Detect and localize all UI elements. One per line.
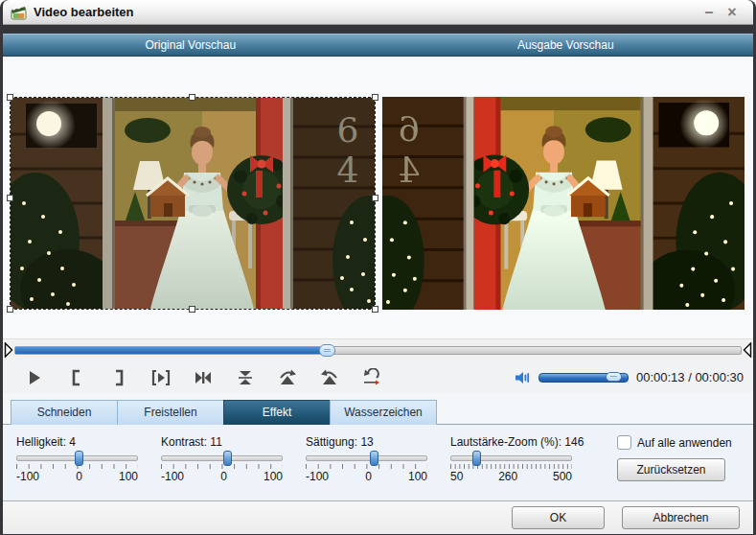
apply-all-row: Auf alle anwenden — [617, 435, 742, 450]
scale-mid: 0 — [365, 470, 372, 483]
contrast-scale: -100 0 100 — [161, 470, 283, 483]
crop-handle-bottom-right[interactable] — [372, 306, 378, 313]
scale-mid: 260 — [498, 470, 517, 483]
video-edit-dialog: Video bearbeiten – × Original Vorschau A… — [0, 0, 756, 535]
effect-panel: Helligkeit: 4 -100 0 100 Kontrast: 11 — [3, 425, 753, 500]
crop-handle-top-left[interactable] — [7, 94, 13, 101]
saturation-slider-group: Sättigung: 13 -100 0 100 — [306, 435, 427, 483]
saturation-slider-thumb[interactable] — [370, 451, 378, 466]
flip-vertical-button[interactable] — [231, 365, 260, 390]
brightness-slider-group: Helligkeit: 4 -100 0 100 — [16, 435, 138, 483]
panel-side-column: Auf alle anwenden Zurücksetzen — [617, 435, 742, 481]
saturation-label: Sättigung: 13 — [306, 435, 427, 449]
apply-all-checkbox[interactable] — [617, 435, 631, 450]
contrast-slider[interactable] — [161, 455, 283, 461]
output-video-scene — [382, 97, 745, 310]
contrast-tick-marks — [161, 464, 283, 469]
output-preview-frame — [382, 97, 745, 310]
tab-wasserzeichen[interactable]: Wasserzeichen — [330, 400, 437, 425]
reset-button[interactable]: Zurücksetzen — [617, 458, 725, 481]
original-preview-frame[interactable] — [10, 97, 376, 310]
rotate-right-button[interactable] — [273, 365, 302, 390]
scale-min: -100 — [306, 470, 329, 483]
contrast-slider-thumb[interactable] — [223, 451, 232, 466]
time-display: 00:00:13 / 00:00:30 — [636, 370, 744, 384]
saturation-scale: -100 0 100 — [306, 470, 427, 483]
scale-min: -100 — [161, 470, 184, 483]
contrast-slider-group: Kontrast: 11 -100 0 100 — [161, 435, 283, 483]
seek-track[interactable] — [14, 346, 742, 355]
cancel-button[interactable]: Abbrechen — [622, 506, 740, 529]
seek-progress-fill — [15, 347, 329, 354]
crop-handle-bottom-center[interactable] — [189, 306, 195, 313]
scale-max: 100 — [119, 470, 138, 483]
brightness-slider-thumb[interactable] — [75, 451, 83, 466]
output-preview-label: Ausgabe Vorschau — [378, 35, 754, 57]
scale-max: 100 — [263, 470, 283, 483]
minimize-button[interactable]: – — [698, 2, 721, 23]
seek-bar-row — [3, 338, 753, 361]
contrast-label: Kontrast: 11 — [161, 435, 283, 449]
tab-schneiden[interactable]: Schneiden — [11, 400, 118, 425]
preview-header: Original Vorschau Ausgabe Vorschau — [3, 34, 753, 57]
volume-zoom-scale: 50 260 500 — [450, 470, 572, 483]
original-preview-label: Original Vorschau — [3, 35, 378, 57]
rotate-left-button[interactable] — [315, 365, 344, 390]
reset-rotation-button[interactable] — [357, 365, 386, 390]
volume-thumb[interactable] — [606, 372, 622, 382]
mark-start-button[interactable] — [62, 365, 91, 390]
scale-min: 50 — [450, 470, 463, 483]
preview-area: 6 4 — [3, 57, 753, 338]
scale-mid: 0 — [76, 470, 82, 483]
scale-mid: 0 — [220, 470, 227, 483]
scale-max: 500 — [553, 470, 572, 483]
dialog-footer: OK Abbrechen — [3, 500, 753, 534]
volume-slider[interactable] — [538, 373, 629, 383]
playback-toolbar: 00:00:13 / 00:00:30 — [3, 361, 753, 393]
speaker-icon[interactable] — [514, 370, 531, 385]
clapperboard-icon — [11, 5, 28, 20]
play-selection-button[interactable] — [147, 365, 175, 390]
window-frame-gap — [3, 25, 753, 34]
volume-zoom-slider[interactable] — [450, 455, 572, 461]
volume-zoom-tick-marks — [450, 464, 572, 469]
saturation-slider[interactable] — [306, 455, 427, 461]
ok-button[interactable]: OK — [512, 506, 605, 529]
next-frame-button[interactable] — [189, 365, 218, 390]
saturation-tick-marks — [306, 464, 427, 469]
trim-start-marker[interactable] — [4, 342, 13, 358]
crop-handle-middle-left[interactable] — [7, 195, 13, 201]
play-button[interactable] — [20, 365, 49, 390]
tab-freistellen[interactable]: Freistellen — [117, 400, 224, 425]
window-title: Video bearbeiten — [34, 5, 698, 19]
volume-zoom-slider-thumb[interactable] — [472, 451, 481, 466]
original-video-scene — [11, 98, 375, 309]
crop-handle-bottom-left[interactable] — [7, 306, 13, 313]
volume-control: 00:00:13 / 00:00:30 — [514, 370, 753, 385]
seek-thumb[interactable] — [319, 344, 335, 357]
mark-end-button[interactable] — [104, 365, 133, 390]
tab-effekt[interactable]: Effekt — [223, 400, 331, 425]
brightness-label: Helligkeit: 4 — [16, 435, 138, 449]
close-button[interactable]: × — [721, 2, 744, 23]
titlebar: Video bearbeiten – × — [3, 0, 753, 25]
scale-max: 100 — [408, 470, 427, 483]
trim-end-marker[interactable] — [743, 342, 752, 358]
volume-zoom-slider-group: Lautstärke-Zoom (%): 146 50 260 500 — [450, 435, 572, 483]
crop-handle-top-center[interactable] — [189, 94, 195, 101]
crop-handle-middle-right[interactable] — [372, 195, 378, 201]
scale-min: -100 — [16, 470, 39, 483]
volume-zoom-label: Lautstärke-Zoom (%): 146 — [450, 435, 572, 449]
brightness-scale: -100 0 100 — [16, 470, 138, 483]
apply-all-label: Auf alle anwenden — [637, 436, 732, 450]
tool-tabs: Schneiden Freistellen Effekt Wasserzeich… — [3, 393, 753, 425]
brightness-slider[interactable] — [16, 455, 138, 461]
crop-handle-top-right[interactable] — [372, 94, 378, 101]
